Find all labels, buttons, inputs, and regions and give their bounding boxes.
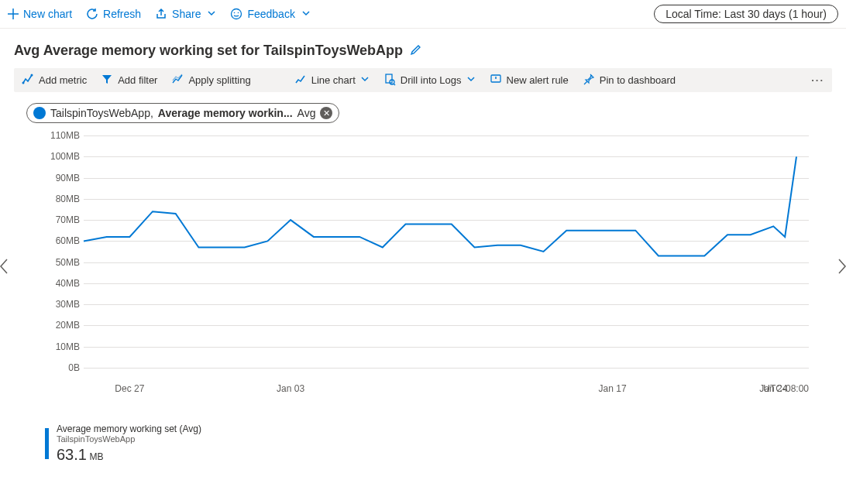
filter-icon xyxy=(101,73,113,87)
x-tick-label: Jan 03 xyxy=(277,383,304,394)
legend-text: Average memory working set (Avg) Tailspi… xyxy=(57,423,201,464)
edit-title-button[interactable] xyxy=(409,43,423,59)
new-chart-button[interactable]: New chart xyxy=(8,8,72,20)
y-tick-label: 110MB xyxy=(37,130,80,141)
svg-rect-5 xyxy=(386,74,392,83)
metric-pill[interactable]: TailspinToysWebApp, Average memory worki… xyxy=(26,103,339,123)
alert-icon xyxy=(490,73,502,87)
share-button[interactable]: Share xyxy=(155,8,216,20)
apply-splitting-button[interactable]: Apply splitting xyxy=(171,73,250,87)
chevron-down-icon xyxy=(360,74,370,86)
refresh-label: Refresh xyxy=(103,8,141,20)
next-time-button[interactable] xyxy=(837,257,846,280)
line-chart-icon xyxy=(294,73,307,87)
chart-area: 0B10MB20MB30MB40MB50MB60MB70MB80MB90MB10… xyxy=(0,129,846,408)
y-tick-label: 40MB xyxy=(37,278,80,289)
legend-resource-name: TailspinToysWebApp xyxy=(57,434,201,444)
resource-icon xyxy=(33,107,46,119)
y-tick-label: 90MB xyxy=(37,173,80,183)
title-row: Avg Average memory working set for Tails… xyxy=(0,29,846,68)
top-bar: New chart Refresh Share Feedback Local T… xyxy=(0,0,846,29)
chart-toolbar: Add metric Add filter Apply splitting Li… xyxy=(14,68,832,92)
svg-point-2 xyxy=(238,12,239,14)
logs-icon xyxy=(383,73,396,87)
pin-icon xyxy=(583,73,595,87)
line-series xyxy=(84,135,796,368)
legend-unit: MB xyxy=(90,451,104,462)
smiley-icon xyxy=(230,8,242,20)
new-chart-label: New chart xyxy=(23,8,72,20)
pill-metric: Average memory workin... xyxy=(158,107,293,119)
refresh-button[interactable]: Refresh xyxy=(86,8,141,20)
drill-into-logs-button[interactable]: Drill into Logs xyxy=(383,73,476,87)
chart-type-label: Line chart xyxy=(311,74,356,86)
svg-point-0 xyxy=(232,9,242,19)
metric-pill-row: TailspinToysWebApp, Average memory worki… xyxy=(0,103,846,129)
plus-icon xyxy=(8,9,19,19)
page-title: Avg Average memory working set for Tails… xyxy=(14,43,403,59)
feedback-button[interactable]: Feedback xyxy=(230,8,310,20)
y-tick-label: 80MB xyxy=(37,194,80,204)
pin-to-dashboard-button[interactable]: Pin to dashboard xyxy=(583,73,676,87)
y-tick-label: 10MB xyxy=(37,341,80,352)
legend-color-bar xyxy=(45,428,49,459)
more-options-button[interactable]: ··· xyxy=(811,74,824,86)
chevron-down-icon xyxy=(301,8,311,20)
legend-metric-name: Average memory working set (Avg) xyxy=(57,423,201,434)
legend: Average memory working set (Avg) Tailspi… xyxy=(45,423,832,464)
plot-area[interactable]: 0B10MB20MB30MB40MB50MB60MB70MB80MB90MB10… xyxy=(37,135,809,383)
add-filter-button[interactable]: Add filter xyxy=(101,73,157,87)
time-range-selector[interactable]: Local Time: Last 30 days (1 hour) xyxy=(654,5,838,23)
share-icon xyxy=(155,8,167,20)
chart-type-button[interactable]: Line chart xyxy=(294,73,370,87)
split-icon xyxy=(171,73,184,87)
pill-aggregation: Avg xyxy=(297,107,316,119)
apply-splitting-label: Apply splitting xyxy=(188,74,250,86)
y-tick-label: 0B xyxy=(37,362,80,373)
y-tick-label: 50MB xyxy=(37,257,80,268)
chevron-down-icon xyxy=(466,74,476,86)
x-tick-label: Dec 27 xyxy=(115,383,144,394)
remove-metric-button[interactable]: ✕ xyxy=(320,107,332,119)
timezone-label: UTC-08:00 xyxy=(763,383,809,394)
time-range-label: Local Time: Last 30 days (1 hour) xyxy=(665,8,827,20)
refresh-icon xyxy=(86,8,98,20)
feedback-label: Feedback xyxy=(247,8,294,20)
chevron-down-icon xyxy=(207,8,216,20)
prev-time-button[interactable] xyxy=(0,257,9,280)
pill-resource: TailspinToysWebApp, xyxy=(50,107,153,119)
y-tick-label: 70MB xyxy=(37,214,80,225)
svg-point-1 xyxy=(234,12,236,14)
share-label: Share xyxy=(172,8,201,20)
legend-value: 63.1 xyxy=(57,446,87,463)
svg-point-4 xyxy=(22,82,25,84)
add-metric-label: Add metric xyxy=(39,74,87,86)
new-alert-rule-button[interactable]: New alert rule xyxy=(490,73,569,87)
y-tick-label: 30MB xyxy=(37,299,80,310)
add-filter-label: Add filter xyxy=(118,74,157,86)
y-tick-label: 60MB xyxy=(37,235,80,246)
y-tick-label: 20MB xyxy=(37,320,80,331)
x-tick-label: Jan 17 xyxy=(599,383,627,394)
y-tick-label: 100MB xyxy=(37,151,80,162)
metric-icon xyxy=(22,73,34,87)
drill-into-logs-label: Drill into Logs xyxy=(401,74,462,86)
pin-label: Pin to dashboard xyxy=(600,74,676,86)
new-alert-label: New alert rule xyxy=(507,74,569,86)
svg-point-3 xyxy=(31,74,33,77)
add-metric-button[interactable]: Add metric xyxy=(22,73,87,87)
